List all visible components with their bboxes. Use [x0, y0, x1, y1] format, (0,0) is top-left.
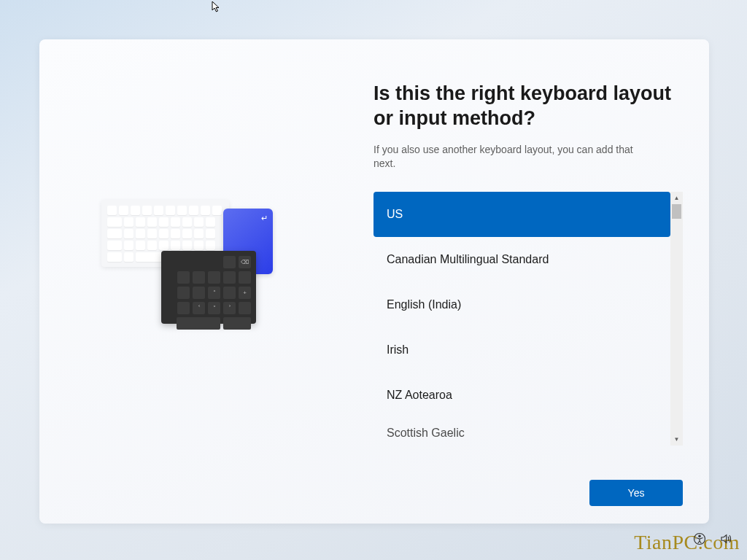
- oobe-card: ↵ ⌫ ˄+ ˂˅˃ Is this the right keyboard la…: [39, 39, 709, 524]
- layout-option-canadian-multilingual[interactable]: Canadian Multilingual Standard: [374, 237, 670, 282]
- scroll-down-button[interactable]: ▼: [670, 433, 683, 446]
- taskbar-tray: [693, 532, 732, 548]
- footer: Yes: [374, 462, 683, 506]
- numpad-graphic: ⌫ ˄+ ˂˅˃: [161, 251, 256, 324]
- accessibility-icon[interactable]: [693, 532, 706, 548]
- svg-point-1: [699, 535, 700, 537]
- page-subtitle: If you also use another keyboard layout,…: [374, 143, 643, 171]
- yes-button[interactable]: Yes: [589, 480, 683, 506]
- enter-icon: ↵: [261, 214, 268, 223]
- layout-option-us[interactable]: US: [374, 192, 670, 237]
- scrollbar[interactable]: ▲ ▼: [670, 192, 683, 446]
- layout-option-irish[interactable]: Irish: [374, 327, 670, 373]
- scroll-track[interactable]: [670, 204, 683, 433]
- scroll-up-button[interactable]: ▲: [670, 192, 683, 204]
- mouse-cursor: [212, 1, 223, 12]
- illustration-pane: ↵ ⌫ ˄+ ˂˅˃: [39, 39, 353, 524]
- page-title: Is this the right keyboard layout or inp…: [374, 82, 683, 131]
- volume-icon[interactable]: [719, 532, 732, 548]
- keyboard-layout-list-wrap: US Canadian Multilingual Standard Englis…: [374, 192, 683, 446]
- scroll-thumb[interactable]: [672, 204, 681, 219]
- layout-option-scottish-gaelic[interactable]: Scottish Gaelic: [374, 418, 670, 446]
- content-pane: Is this the right keyboard layout or inp…: [353, 39, 709, 524]
- keyboard-layout-list[interactable]: US Canadian Multilingual Standard Englis…: [374, 192, 670, 446]
- layout-option-english-india[interactable]: English (India): [374, 282, 670, 327]
- layout-option-nz-aotearoa[interactable]: NZ Aotearoa: [374, 373, 670, 418]
- keyboard-illustration: ↵ ⌫ ˄+ ˂˅˃: [101, 194, 291, 340]
